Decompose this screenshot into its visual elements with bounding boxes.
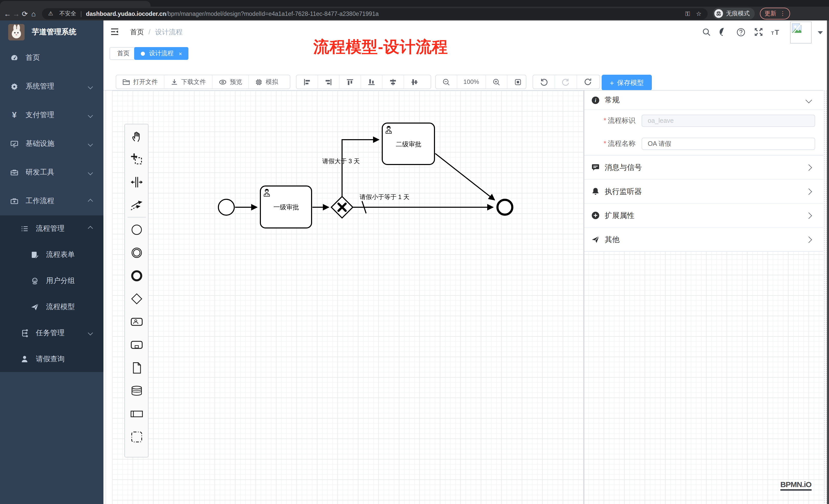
sidebar-item-home[interactable]: 首页 [0, 43, 103, 72]
sidebar-item-task-mgmt[interactable]: 任务管理 [0, 320, 103, 346]
download-file-button[interactable]: 下载文件 [165, 75, 213, 88]
intermediate-event-tool-icon[interactable] [125, 241, 148, 264]
bookmark-star-icon[interactable]: ☆ [696, 10, 701, 17]
message-icon [591, 163, 600, 171]
data-store-tool-icon[interactable] [125, 379, 148, 402]
user-task-tool-icon[interactable] [125, 310, 148, 333]
align-button-group [296, 75, 431, 89]
start-event-tool-icon[interactable] [125, 218, 148, 241]
gateway-tool-icon[interactable] [125, 287, 148, 310]
sidebar-item-user-group[interactable]: 用户分组 [0, 268, 103, 294]
sidebar-item-process-mgmt[interactable]: 流程管理 [0, 216, 103, 241]
save-model-button[interactable]: + 保存模型 [602, 75, 652, 90]
reload-icon[interactable]: ⟳ [21, 9, 29, 18]
panel-section-extensions[interactable]: 扩展属性 [584, 203, 823, 227]
align-bottom-icon[interactable] [361, 75, 383, 88]
incognito-label: 无痕模式 [726, 10, 750, 17]
open-file-button[interactable]: 打开文件 [116, 75, 165, 88]
list-icon [21, 224, 29, 233]
align-center-horizontal-icon[interactable] [383, 75, 404, 88]
chevron-up-icon [88, 226, 93, 231]
sidebar-item-label: 首页 [26, 53, 40, 63]
panel-section-message-signal[interactable]: 消息与信号 [584, 155, 823, 179]
svg-text:T: T [771, 31, 774, 36]
page-scrollbar[interactable] [827, 21, 829, 504]
end-event-tool-icon[interactable] [125, 264, 148, 287]
preview-button[interactable]: 预览 [213, 75, 249, 88]
url-bar[interactable]: ⚠ 不安全 | dashboard.yudao.iocoder.cn/bpm/m… [42, 8, 708, 19]
sidebar-item-process-form[interactable]: 流程表单 [0, 241, 103, 268]
sidebar-item-payment[interactable]: ¥ 支付管理 [0, 101, 103, 129]
sidebar-item-label: 流程管理 [36, 224, 65, 233]
browser-tab[interactable] [0, 1, 150, 7]
chevron-down-icon [88, 113, 93, 118]
dashboard-icon [10, 54, 19, 62]
lasso-tool-icon[interactable] [125, 147, 148, 170]
data-object-tool-icon[interactable] [125, 356, 148, 379]
help-icon[interactable] [734, 21, 748, 43]
group-tool-icon[interactable] [125, 425, 148, 448]
process-key-input[interactable]: oa_leave [642, 115, 815, 127]
update-button[interactable]: 更新 ⋮ [760, 8, 790, 20]
font-size-icon[interactable]: TT [769, 21, 783, 43]
chevron-right-icon [805, 236, 812, 242]
global-connect-tool-icon[interactable] [125, 193, 148, 217]
refresh-icon[interactable] [577, 75, 599, 88]
undo-icon[interactable] [533, 75, 555, 88]
sidebar-item-label: 系统管理 [26, 82, 54, 91]
panel-section-general[interactable]: i 常规 [584, 90, 823, 110]
align-top-icon[interactable] [339, 75, 361, 88]
chevron-right-icon [805, 188, 812, 194]
align-right-icon[interactable] [318, 75, 339, 88]
sidebar-fold-icon[interactable] [110, 27, 119, 36]
process-name-input[interactable]: OA 请假 [642, 138, 815, 150]
key-icon[interactable]: ⚿ [685, 10, 690, 17]
space-tool-icon[interactable] [125, 170, 148, 193]
back-icon[interactable]: ← [3, 9, 12, 18]
zoom-reset-icon[interactable] [507, 75, 528, 88]
bell-icon [591, 187, 600, 195]
sidebar-item-leave-query[interactable]: 请假查询 [0, 346, 103, 372]
panel-divider [584, 90, 584, 504]
align-center-vertical-icon[interactable] [404, 75, 425, 88]
sidebar-item-infra[interactable]: 基础设施 [0, 129, 103, 158]
sidebar-item-system[interactable]: 系统管理 [0, 72, 103, 101]
sidebar: 芋道管理系统 首页 系统管理 ¥ 支付管理 基础设施 [0, 21, 103, 504]
browser-menu-icon[interactable]: ⋮ [780, 10, 786, 17]
avatar[interactable] [790, 22, 812, 43]
zoom-out-icon[interactable] [436, 75, 457, 88]
panel-section-other[interactable]: 其他 [584, 227, 823, 251]
github-icon[interactable] [717, 21, 730, 43]
person-icon [21, 355, 29, 363]
sidebar-logo[interactable]: 芋道管理系统 [0, 21, 103, 43]
tab-close-icon[interactable]: × [179, 50, 182, 56]
canvas-left-edge [106, 90, 106, 504]
bpmn-io-watermark[interactable]: BPMN.iO [780, 480, 811, 491]
caret-down-icon[interactable] [818, 31, 823, 34]
fullscreen-icon[interactable] [752, 21, 765, 43]
hand-tool-icon[interactable] [125, 124, 148, 147]
align-left-icon[interactable] [296, 75, 318, 88]
home-icon[interactable]: ⌂ [29, 9, 38, 18]
sidebar-item-workflow[interactable]: 工作流程 [0, 187, 103, 216]
monitor-icon [10, 140, 19, 148]
bpmn-palette [124, 124, 148, 458]
panel-resize-strip[interactable] [823, 90, 827, 504]
sidebar-item-process-model[interactable]: 流程模型 [0, 294, 103, 320]
panel-section-listeners[interactable]: 执行监听器 [584, 179, 823, 203]
incognito-icon [714, 9, 723, 18]
view-tab-home[interactable]: 首页 [110, 47, 137, 60]
sidebar-item-devtools[interactable]: 研发工具 [0, 158, 103, 187]
required-mark: * [604, 140, 606, 147]
active-tab-dot [141, 51, 145, 55]
simulate-button[interactable]: 模拟 [249, 75, 284, 88]
incognito-badge: 无痕模式 [713, 8, 755, 20]
breadcrumb-home[interactable]: 首页 [130, 27, 144, 37]
warning-icon: ⚠ [48, 10, 53, 17]
zoom-in-icon[interactable] [486, 75, 507, 88]
call-activity-tool-icon[interactable] [125, 333, 148, 356]
chevron-down-icon [88, 170, 93, 175]
participant-tool-icon[interactable] [125, 402, 148, 425]
view-tab-design-active[interactable]: 设计流程 × [134, 47, 189, 60]
search-icon[interactable] [699, 21, 713, 43]
